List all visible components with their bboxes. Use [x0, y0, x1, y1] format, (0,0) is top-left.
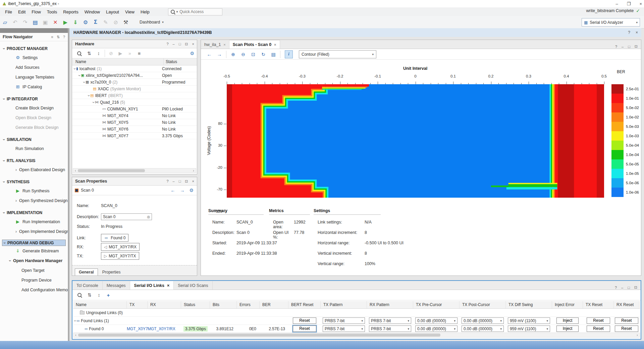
- column-header-bert[interactable]: BERT Reset: [288, 301, 321, 308]
- scrollbar-thumb[interactable]: [78, 334, 440, 337]
- menu-flow[interactable]: Flow: [29, 9, 44, 14]
- clear-icon[interactable]: ⊗: [147, 214, 150, 219]
- column-header-rxpat[interactable]: RX Pattern: [367, 301, 413, 308]
- flow-item-run-implementation[interactable]: ▶Run Implementation: [0, 217, 68, 227]
- txreset-button[interactable]: Reset: [587, 317, 610, 324]
- run-icon[interactable]: ▶: [60, 19, 70, 26]
- column-header-txpost[interactable]: TX Post-Cursor: [460, 301, 506, 308]
- layout-selector[interactable]: ▦ Serial I/O Analyzer ▾: [582, 18, 640, 27]
- flow-section-header[interactable]: ›IMPLEMENTATION: [0, 209, 68, 217]
- help-icon[interactable]: ?: [615, 45, 617, 49]
- flow-item-open-synthesized-design[interactable]: ›Open Synthesized Design: [0, 196, 68, 205]
- tab-properties[interactable]: Properties: [99, 269, 124, 276]
- flow-section-header[interactable]: ›PROGRAM AND DEBUG: [2, 240, 66, 246]
- flow-item-open-implemented-design[interactable]: ›Open Implemented Design: [0, 227, 68, 236]
- quick-access-search[interactable]: ▾: [168, 8, 222, 15]
- settings-gear-icon[interactable]: ⚙: [80, 19, 91, 26]
- hardware-hscrollbar[interactable]: ‹ ›: [73, 168, 196, 173]
- zoom-in-icon[interactable]: ⊕: [229, 52, 237, 57]
- create-links-icon[interactable]: +: [104, 292, 113, 298]
- minimize-panel-icon[interactable]: –: [621, 286, 623, 290]
- flow-item-open-target[interactable]: Open Target: [0, 265, 68, 275]
- rxpat-select[interactable]: PRBS 7-bit▾: [369, 317, 411, 324]
- rxreset-button[interactable]: Reset: [615, 326, 638, 332]
- hardware-tree-row[interactable]: ⋈MGT_X0Y4No Link: [72, 112, 197, 119]
- zoom-fit-icon[interactable]: ⊡: [249, 52, 258, 57]
- name-column-header[interactable]: Name: [72, 58, 164, 65]
- tx-endpoint-link[interactable]: MGT_X0Y7/TX: [127, 327, 148, 331]
- links-table-row[interactable]: Ungrouped Links (0): [73, 309, 640, 317]
- menu-view[interactable]: View: [122, 9, 138, 14]
- help-icon[interactable]: ?: [166, 42, 168, 46]
- help-icon[interactable]: ?: [615, 286, 617, 290]
- undo-icon[interactable]: ↶: [10, 19, 20, 26]
- close-tab-icon[interactable]: ×: [223, 43, 225, 47]
- links-table-row[interactable]: ∞Found 0MGT_X0Y7/TXMGT_X0Y7/RX3.375 Gbps…: [73, 325, 640, 333]
- export-plot-icon[interactable]: ▤: [269, 52, 278, 57]
- forward-icon[interactable]: →: [180, 188, 184, 193]
- quick-access-input[interactable]: [179, 9, 214, 14]
- flow-item-add-configuration-memo[interactable]: Add Configuration Memo: [0, 285, 68, 295]
- column-header-inject[interactable]: Inject Error: [552, 301, 583, 308]
- flow-item-ip-catalog[interactable]: ⊞IP Catalog: [0, 82, 68, 92]
- flow-item-generate-bitstream[interactable]: ⇓Generate Bitstream: [0, 246, 68, 256]
- hardware-tree-row[interactable]: ▭COMMON_X0Y1Pll0 Locked: [72, 106, 197, 112]
- expand-collapse-icon[interactable]: ⇅: [57, 35, 60, 39]
- float-panel-icon[interactable]: ⊡: [185, 179, 188, 184]
- menu-reports[interactable]: Reports: [60, 9, 82, 14]
- scroll-right-icon[interactable]: ›: [191, 169, 196, 172]
- tab-general[interactable]: General: [75, 268, 98, 276]
- flow-item-run-simulation[interactable]: Run Simulation: [0, 144, 68, 153]
- expander-icon[interactable]: ›: [77, 75, 82, 76]
- hardware-settings-gear-icon[interactable]: ⚙: [190, 51, 194, 56]
- expander-icon[interactable]: ›: [72, 68, 77, 69]
- bottom-tab-serial-i-o-links[interactable]: Serial I/O Links×: [130, 281, 174, 290]
- paste-icon[interactable]: ▣: [40, 19, 50, 26]
- txpat-select[interactable]: PRBS 7-bit▾: [323, 326, 365, 332]
- flow-item-create-block-design[interactable]: Create Block Design: [0, 103, 68, 113]
- hardware-tree-row[interactable]: ▤XADC(System Monitor): [72, 86, 197, 92]
- float-panel-icon[interactable]: ⊡: [634, 285, 637, 290]
- close-tab-icon[interactable]: ×: [274, 43, 276, 47]
- scroll-right-icon[interactable]: ›: [635, 333, 640, 337]
- close-window-icon[interactable]: ×: [639, 1, 642, 6]
- float-panel-icon[interactable]: ⊡: [635, 44, 638, 49]
- expander-icon[interactable]: ›: [87, 95, 91, 96]
- hardware-tree-row[interactable]: ⋈MGT_X0Y5No Link: [72, 119, 197, 126]
- zoom-out-icon[interactable]: ⊖: [239, 52, 248, 57]
- column-header-txpat[interactable]: TX Pattern: [321, 301, 367, 308]
- menu-help[interactable]: Help: [138, 9, 153, 14]
- minimize-window-icon[interactable]: –: [616, 1, 618, 6]
- copy-icon[interactable]: ▤: [30, 19, 40, 26]
- flow-section-header[interactable]: ›SIMULATION: [0, 136, 68, 144]
- expand-all-icon[interactable]: ↕: [95, 292, 103, 298]
- txpat-select[interactable]: PRBS 7-bit▾: [323, 317, 365, 324]
- back-icon[interactable]: ←: [170, 188, 175, 193]
- bert-button[interactable]: Reset: [293, 317, 316, 324]
- column-header-rx[interactable]: RX: [148, 301, 181, 308]
- bert-button[interactable]: Reset: [293, 326, 316, 332]
- txpre-select[interactable]: 0.00 dB (00000)▾: [415, 317, 458, 324]
- tx-button[interactable]: ▷ MGT_X0Y7/TX: [101, 252, 139, 260]
- flow-item-run-synthesis[interactable]: ▶Run Synthesis: [0, 186, 68, 196]
- rx-button[interactable]: ◁ MGT_X0Y7/RX: [101, 243, 140, 251]
- hardware-tree-row[interactable]: ⋈MGT_X0Y6No Link: [72, 126, 197, 133]
- open-project-icon[interactable]: ▱: [0, 19, 10, 26]
- search-icon[interactable]: [77, 51, 81, 55]
- expander-icon[interactable]: ›: [82, 82, 87, 83]
- expand-all-icon[interactable]: ↕: [94, 51, 103, 56]
- link-button[interactable]: ∞ Found 0: [101, 234, 128, 242]
- redo-icon[interactable]: ↷: [20, 19, 30, 26]
- search-icon[interactable]: [77, 293, 82, 297]
- inject-button[interactable]: Inject: [556, 326, 579, 332]
- menu-tools[interactable]: Tools: [44, 9, 60, 14]
- column-header-errors[interactable]: Errors: [237, 301, 260, 308]
- expander-icon[interactable]: ›: [73, 320, 77, 321]
- close-panel-icon[interactable]: ×: [192, 179, 194, 183]
- scroll-left-icon[interactable]: ‹: [73, 333, 78, 337]
- description-input[interactable]: ⊗: [101, 213, 152, 220]
- flow-item-add-sources[interactable]: Add Sources: [0, 62, 68, 72]
- txreset-button[interactable]: Reset: [587, 326, 610, 332]
- menu-edit[interactable]: Edit: [15, 9, 29, 14]
- column-header-tx[interactable]: TX: [127, 301, 148, 308]
